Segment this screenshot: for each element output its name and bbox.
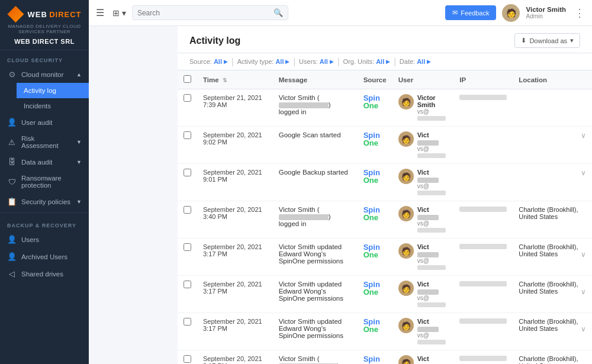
source-cell: SpinOne bbox=[358, 164, 392, 201]
time-cell: September 21, 2021 7:39 AM bbox=[197, 89, 273, 127]
section-label-cloud-security: CLOUD SECURITY bbox=[0, 50, 89, 66]
expand-icon[interactable]: ∨ bbox=[581, 288, 586, 296]
expand-icon[interactable]: ∨ bbox=[581, 169, 586, 177]
user-cell-email: vs@ bbox=[417, 183, 448, 196]
table-container: Time ⇅ Message Source User IP Location S… bbox=[178, 70, 592, 364]
sidebar-item-cloud-monitor[interactable]: ⊙ Cloud monitor ▲ bbox=[0, 66, 89, 83]
user-cell-name: Vict bbox=[417, 318, 448, 332]
sidebar-item-ransomware[interactable]: 🛡 Ransomware protection bbox=[0, 170, 89, 193]
filter-date[interactable]: Date: All ▶ bbox=[400, 58, 431, 65]
source-cell: SpinOne bbox=[358, 89, 392, 127]
sidebar-item-label: User audit bbox=[21, 119, 52, 126]
ip-cell bbox=[453, 350, 513, 365]
row-checkbox[interactable] bbox=[184, 131, 191, 139]
sidebar-item-incidents[interactable]: Incidents bbox=[17, 98, 89, 114]
ip-blurred bbox=[459, 244, 507, 249]
source-cell: SpinOne bbox=[358, 201, 392, 239]
sidebar-item-user-audit[interactable]: 👤 User audit bbox=[0, 114, 89, 131]
user-cell-avatar: 🧑 bbox=[398, 243, 414, 259]
row-checkbox[interactable] bbox=[184, 355, 191, 363]
th-message: Message bbox=[273, 70, 358, 89]
sidebar-item-label: Incidents bbox=[24, 102, 51, 109]
row-checkbox[interactable] bbox=[184, 243, 191, 251]
search-input[interactable] bbox=[137, 9, 274, 17]
user-cell: 🧑 Vict vs@ bbox=[392, 239, 454, 276]
data-audit-icon: 🗄 bbox=[7, 157, 17, 166]
th-time[interactable]: Time ⇅ bbox=[197, 70, 273, 89]
user-cell-email: vs@ bbox=[417, 146, 448, 159]
table-row: September 20, 2021 3:17 PMVictor Smith (… bbox=[178, 350, 592, 365]
sidebar-item-label: Risk Assessment bbox=[21, 135, 72, 149]
topbar: ☰ ⊞ ▾ 🔍 ✉ Feedback 🧑 Victor Smith Admin … bbox=[89, 0, 592, 26]
search-icon: 🔍 bbox=[274, 8, 283, 17]
sidebar-item-security-policies[interactable]: 📋 Security policies ▼ bbox=[0, 193, 89, 210]
ip-blurred bbox=[459, 356, 507, 361]
table-row: September 20, 2021 3:17 PMVictor Smith u… bbox=[178, 239, 592, 276]
user-audit-icon: 👤 bbox=[7, 118, 17, 127]
sort-icon: ⇅ bbox=[223, 78, 227, 83]
hamburger-icon[interactable]: ☰ bbox=[96, 7, 104, 18]
select-all-checkbox[interactable] bbox=[184, 75, 191, 83]
sidebar-item-archived-users[interactable]: 👤 Archived Users bbox=[0, 248, 89, 265]
message-cell: Victor Smith updated Edward Wong's SpinO… bbox=[273, 239, 358, 276]
row-checkbox[interactable] bbox=[184, 169, 191, 176]
sidebar-item-shared-drives[interactable]: ◁ Shared drives bbox=[0, 265, 89, 282]
search-bar[interactable]: 🔍 bbox=[132, 5, 288, 20]
user-cell-email: vs@ bbox=[417, 257, 448, 270]
filter-users[interactable]: Users: All ▶ bbox=[299, 58, 334, 65]
feedback-button[interactable]: ✉ Feedback bbox=[445, 5, 496, 20]
table-row: September 20, 2021 9:01 PMGoogle Backup … bbox=[178, 164, 592, 201]
user-cell-avatar: 🧑 bbox=[398, 94, 414, 109]
cloud-monitor-icon: ⊙ bbox=[7, 70, 17, 79]
avatar: 🧑 bbox=[502, 4, 520, 22]
download-button[interactable]: ⬇ Download as ▾ bbox=[514, 33, 580, 48]
th-checkbox bbox=[178, 70, 197, 89]
message-cell: Victor Smith updated Edward Wong's SpinO… bbox=[273, 276, 358, 313]
row-checkbox[interactable] bbox=[184, 94, 191, 102]
more-options-icon[interactable]: ⋮ bbox=[574, 7, 585, 20]
row-checkbox[interactable] bbox=[184, 318, 191, 326]
ip-cell bbox=[453, 239, 513, 276]
feedback-icon: ✉ bbox=[452, 9, 458, 17]
sidebar-item-label: Cloud monitor bbox=[21, 71, 64, 78]
grid-icon[interactable]: ⊞ ▾ bbox=[112, 8, 126, 18]
location-cell: Charlotte (Brookhill), United States∨ bbox=[513, 276, 592, 313]
user-cell-name: Vict bbox=[417, 131, 448, 146]
message-cell: Victor Smith ( ) logged in bbox=[273, 201, 358, 239]
location-cell bbox=[513, 89, 592, 127]
content-header: Activity log ⬇ Download as ▾ bbox=[178, 26, 592, 53]
user-cell-avatar: 🧑 bbox=[398, 355, 414, 364]
user-cell-name: Vict bbox=[417, 243, 448, 257]
user-cell-name: Vict bbox=[417, 355, 448, 364]
sidebar-logo: WEB DIRECT MANAGED DELIVERY CLOUD SERVIC… bbox=[0, 0, 89, 50]
user-name: Victor Smith bbox=[526, 6, 566, 13]
sidebar-item-label: Data audit bbox=[21, 159, 52, 166]
location-cell: Charlotte (Brookhill), United States∨ bbox=[513, 313, 592, 350]
table-row: September 20, 2021 3:40 PMVictor Smith (… bbox=[178, 201, 592, 239]
sidebar-item-activity-log[interactable]: Activity log bbox=[17, 83, 89, 98]
row-checkbox[interactable] bbox=[184, 281, 191, 288]
message-cell: Victor Smith updated Edward Wong's SpinO… bbox=[273, 313, 358, 350]
sidebar-item-data-audit[interactable]: 🗄 Data audit ▼ bbox=[0, 153, 89, 170]
user-cell: 🧑 Vict vs@ bbox=[392, 127, 454, 164]
message-cell: Victor Smith ( ) updated 's settings bbox=[273, 350, 358, 365]
expand-icon[interactable]: ∨ bbox=[581, 131, 586, 140]
message-cell: Victor Smith ( ) logged in bbox=[273, 89, 358, 127]
filter-activity-type[interactable]: Activity type: All ▶ bbox=[237, 58, 290, 65]
user-cell: 🧑 Vict vs@ bbox=[392, 276, 454, 313]
row-checkbox[interactable] bbox=[184, 206, 191, 214]
chevron-down-icon: ▼ bbox=[76, 199, 82, 205]
user-cell-name: Vict bbox=[417, 206, 448, 220]
user-info: Victor Smith Admin bbox=[526, 6, 566, 20]
message-cell: Google Scan started bbox=[273, 127, 358, 164]
time-cell: September 20, 2021 3:17 PM bbox=[197, 276, 273, 313]
sidebar-item-users[interactable]: 👤 Users bbox=[0, 231, 89, 248]
user-cell: 🧑 Vict vs@ bbox=[392, 313, 454, 350]
expand-icon[interactable]: ∨ bbox=[581, 250, 586, 259]
sidebar-item-risk-assessment[interactable]: ⚠ Risk Assessment ▼ bbox=[0, 131, 89, 153]
filter-source[interactable]: Source: All ▶ bbox=[189, 58, 228, 65]
filter-org-units[interactable]: Org. Units: All ▶ bbox=[343, 58, 391, 65]
time-cell: September 20, 2021 3:17 PM bbox=[197, 313, 273, 350]
table-row: September 20, 2021 3:17 PMVictor Smith u… bbox=[178, 276, 592, 313]
expand-icon[interactable]: ∨ bbox=[581, 325, 586, 333]
